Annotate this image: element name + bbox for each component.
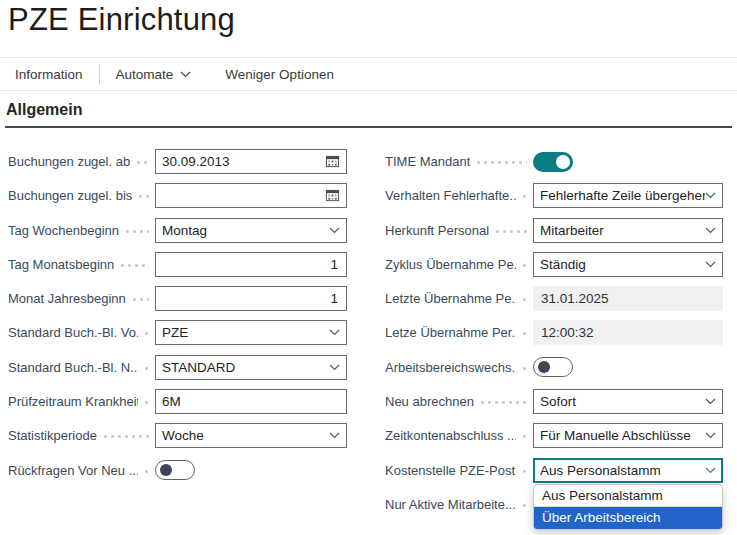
- field-value: Montag: [162, 223, 329, 238]
- chevron-down-icon: [329, 432, 340, 439]
- chevron-down-icon: [705, 261, 716, 268]
- menu-item-information[interactable]: Information: [15, 67, 83, 82]
- field-label: Zyklus Übernahme Pe...: [385, 257, 516, 272]
- toggle-time-mandant[interactable]: [533, 152, 573, 172]
- page-title: PZE Einrichtung: [8, 2, 235, 38]
- chevron-down-icon: [173, 71, 191, 78]
- field-label: Buchungen zugel. bis: [8, 188, 132, 203]
- text-input-pruefzeitraum-krankheit[interactable]: 6M: [155, 389, 347, 414]
- select-standard-buchbl-vo[interactable]: PZE: [155, 320, 347, 345]
- combobox-kostenstelle-pze-posten[interactable]: Aus Personalstamm Aus Personalstamm Über…: [533, 458, 723, 483]
- dropdown-option-ueber-arbeitsbereich[interactable]: Über Arbeitsbereich: [534, 507, 722, 529]
- field-row-time-mandant: TIME Mandant: [385, 149, 723, 174]
- dropdown-option-aus-personalstamm[interactable]: Aus Personalstamm: [534, 485, 722, 507]
- field-value: Fehlerhafte Zeile übergehen: [540, 188, 705, 203]
- field-label: Tag Monatsbeginn: [8, 257, 114, 272]
- field-label: Nur Aktive Mitarbeite...: [385, 497, 516, 512]
- select-zeitkontenabschluss[interactable]: Für Manuelle Abschlüsse: [533, 423, 723, 448]
- dot-leader: [523, 195, 527, 198]
- chevron-down-icon: [705, 192, 716, 199]
- field-label: Standard Buch.-Bl. N...: [8, 360, 138, 375]
- field-label: Prüfzeitraum Krankheit: [8, 394, 138, 409]
- select-statistikperiode[interactable]: Woche: [155, 423, 347, 448]
- field-row-tag-wochenbeginn: Tag Wochenbeginn Montag: [8, 218, 347, 243]
- field-label: Statistikperiode: [8, 428, 97, 443]
- field-value: Aus Personalstamm: [540, 463, 705, 478]
- toggle-knob: [538, 361, 550, 373]
- field-value: Für Manuelle Abschlüsse: [540, 428, 705, 443]
- select-verhalten-fehlerhafte[interactable]: Fehlerhafte Zeile übergehen: [533, 183, 723, 208]
- field-row-monat-jahresbeginn: Monat Jahresbeginn 1: [8, 286, 347, 311]
- dot-leader: [121, 264, 149, 267]
- field-label: Letze Übernahme Per...: [385, 325, 516, 340]
- field-row-pruefzeitraum-krankheit: Prüfzeitraum Krankheit 6M: [8, 389, 347, 414]
- date-input-buchungen-zugel-bis[interactable]: [155, 183, 347, 208]
- chevron-down-icon: [329, 364, 340, 371]
- chevron-down-icon: [705, 227, 716, 234]
- section-header-allgemein[interactable]: Allgemein: [6, 101, 82, 119]
- dot-leader: [145, 401, 149, 404]
- field-label: Neu abrechnen: [385, 394, 474, 409]
- calendar-icon[interactable]: [325, 154, 340, 169]
- dot-leader: [139, 195, 149, 198]
- select-neu-abrechnen[interactable]: Sofort: [533, 389, 723, 414]
- field-row-neu-abrechnen: Neu abrechnen Sofort: [385, 389, 723, 414]
- field-row-herkunft-personal: Herkunft Personal Mitarbeiter: [385, 218, 723, 243]
- field-value: Ständig: [540, 257, 705, 272]
- field-value: Woche: [162, 428, 329, 443]
- form-column-right: TIME Mandant Verhalten Fehlerhafte... Fe…: [385, 149, 723, 526]
- field-value: 6M: [162, 394, 340, 409]
- dot-leader: [137, 161, 149, 164]
- field-row-zeitkontenabschluss: Zeitkontenabschluss ... Für Manuelle Abs…: [385, 423, 723, 448]
- toggle-rueckfragen-vor-neu[interactable]: [155, 460, 195, 480]
- toggle-arbeitsbereichswechsel[interactable]: [533, 357, 573, 377]
- field-label: Buchungen zugel. ab: [8, 154, 130, 169]
- dot-leader: [477, 161, 527, 164]
- field-row-zyklus-uebernahme: Zyklus Übernahme Pe... Ständig: [385, 252, 723, 277]
- field-label: Monat Jahresbeginn: [8, 291, 126, 306]
- field-label: Standard Buch.-Bl. Vo...: [8, 325, 138, 340]
- date-input-buchungen-zugel-ab[interactable]: 30.09.2013: [155, 149, 347, 174]
- field-label: Kostenstelle PZE-Post...: [385, 463, 516, 478]
- dot-leader: [523, 367, 527, 370]
- chevron-down-icon: [329, 227, 340, 234]
- field-row-buchungen-zugel-ab: Buchungen zugel. ab 30.09.2013: [8, 149, 347, 174]
- select-standard-buchbl-n[interactable]: STANDARD: [155, 355, 347, 380]
- section-divider: [5, 126, 732, 128]
- field-value: Mitarbeiter: [540, 223, 705, 238]
- dot-leader: [523, 470, 527, 473]
- field-label: TIME Mandant: [385, 154, 470, 169]
- field-value: 1: [162, 257, 340, 272]
- field-row-standard-buchbl-n: Standard Buch.-Bl. N... STANDARD: [8, 355, 347, 380]
- field-value: Sofort: [540, 394, 705, 409]
- toggle-knob: [160, 464, 172, 476]
- menu-item-automate[interactable]: Automate: [116, 67, 192, 82]
- field-row-standard-buchbl-vo: Standard Buch.-Bl. Vo... PZE: [8, 320, 347, 345]
- menu-item-weniger-optionen[interactable]: Weniger Optionen: [225, 67, 334, 82]
- dot-leader: [104, 435, 149, 438]
- field-value: 1: [162, 291, 340, 306]
- field-label: Zeitkontenabschluss ...: [385, 428, 516, 443]
- field-row-arbeitsbereichswechsel: Arbeitsbereichswechs...: [385, 355, 723, 380]
- readonly-letze-uebernahme-zeit: 12:00:32: [533, 320, 723, 345]
- dot-leader: [481, 401, 527, 404]
- field-label: Tag Wochenbeginn: [8, 223, 119, 238]
- readonly-letzte-uebernahme-datum: 31.01.2025: [533, 286, 723, 311]
- form-column-left: Buchungen zugel. ab 30.09.2013 Buchungen…: [8, 149, 347, 492]
- select-herkunft-personal[interactable]: Mitarbeiter: [533, 218, 723, 243]
- field-row-rueckfragen-vor-neu: Rückfragen Vor Neu ...: [8, 458, 347, 483]
- dot-leader: [126, 230, 149, 233]
- field-row-tag-monatsbeginn: Tag Monatsbeginn 1: [8, 252, 347, 277]
- field-row-letze-uebernahme-zeit: Letze Übernahme Per... 12:00:32: [385, 320, 723, 345]
- field-row-buchungen-zugel-bis: Buchungen zugel. bis: [8, 183, 347, 208]
- calendar-icon[interactable]: [325, 188, 340, 203]
- action-bar: Information Automate Weniger Optionen: [0, 57, 737, 91]
- field-row-kostenstelle-pze-posten: Kostenstelle PZE-Post... Aus Personalsta…: [385, 458, 723, 483]
- number-input-tag-monatsbeginn[interactable]: 1: [155, 252, 347, 277]
- field-label: Verhalten Fehlerhafte...: [385, 188, 516, 203]
- field-label: Letzte Übernahme Pe...: [385, 291, 516, 306]
- select-tag-wochenbeginn[interactable]: Montag: [155, 218, 347, 243]
- number-input-monat-jahresbeginn[interactable]: 1: [155, 286, 347, 311]
- select-zyklus-uebernahme[interactable]: Ständig: [533, 252, 723, 277]
- field-value: 30.09.2013: [162, 154, 325, 169]
